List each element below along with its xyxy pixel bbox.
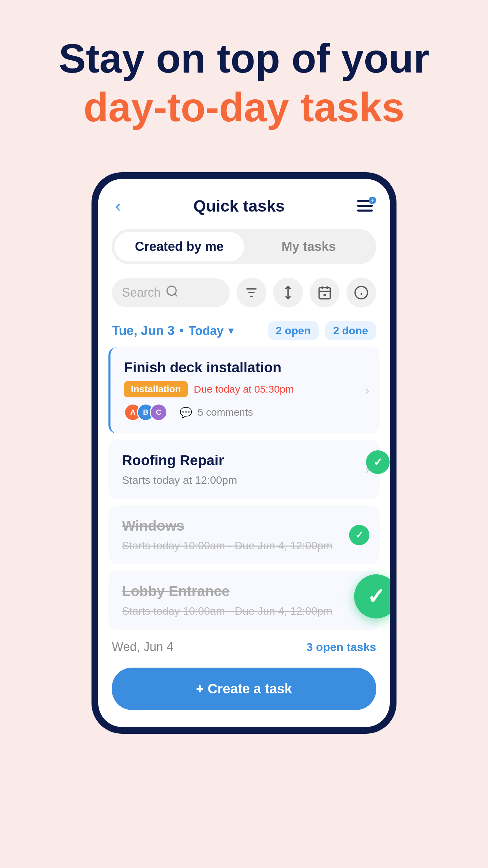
svg-point-0 <box>167 286 176 295</box>
task-meta-1: Installation Due today at 05:30pm <box>124 381 366 397</box>
svg-rect-6 <box>319 288 330 299</box>
big-check-icon: ✓ <box>367 584 385 609</box>
done-count-badge: 2 done <box>325 321 376 340</box>
phone-frame: ‹ Quick tasks + Created by me My tasks S… <box>92 172 396 734</box>
menu-line-3 <box>357 210 373 212</box>
svg-point-10 <box>323 294 326 296</box>
menu-badge: + <box>369 197 376 204</box>
comment-icon-1: 💬 <box>180 407 192 418</box>
small-check-circle[interactable]: ✓ <box>366 450 390 474</box>
date-dot: • <box>179 323 184 338</box>
open-tasks-link[interactable]: 3 open tasks <box>306 640 376 654</box>
date-text: Tue, Jun 3 <box>112 323 175 338</box>
calendar-button[interactable] <box>310 278 340 308</box>
back-button[interactable]: ‹ <box>115 196 121 216</box>
task-title-4: Lobby Entrance <box>122 583 366 599</box>
task-item-3[interactable]: Windows Starts today 10:00am - Due Jun 4… <box>108 506 380 564</box>
tab-my-tasks[interactable]: My tasks <box>244 232 373 261</box>
menu-icon-button[interactable]: + <box>357 200 373 212</box>
today-label: Today <box>188 324 223 338</box>
info-button[interactable] <box>346 278 376 308</box>
create-task-button[interactable]: + Create a task <box>112 668 376 710</box>
task-title-2: Roofing Repair <box>122 452 366 469</box>
open-count-badge: 2 open <box>268 321 319 340</box>
svg-line-1 <box>175 294 177 296</box>
task-chevron-1: › <box>365 383 369 398</box>
date-right: 2 open 2 done <box>268 321 376 340</box>
date-left: Tue, Jun 3 • Today ▼ <box>112 323 236 338</box>
task-footer-1: A B C 💬 5 comments <box>124 403 366 421</box>
tab-created-by-me[interactable]: Created by me <box>115 232 244 261</box>
task-item-2[interactable]: Roofing Repair Starts today at 12:00pm ›… <box>108 440 380 499</box>
task-title-1: Finish deck installation <box>124 359 366 376</box>
comment-count-1: 5 comments <box>198 407 253 418</box>
date-row: Tue, Jun 3 • Today ▼ 2 open 2 done <box>98 318 390 347</box>
filter-button[interactable] <box>237 278 266 308</box>
task-done-check-3[interactable]: ✓ <box>349 525 369 545</box>
avatar-3: C <box>150 403 167 421</box>
tabs-container: Created by me My tasks <box>112 229 376 264</box>
wed-date: Wed, Jun 4 <box>112 640 173 654</box>
task-subtitle-2: Starts today at 12:00pm <box>122 474 366 487</box>
task-subtitle-3: Starts today 10:00am - Due Jun 4, 12:00p… <box>122 539 366 552</box>
tasks-list: Finish deck installation Installation Du… <box>98 347 390 630</box>
hero-line2: day-to-day tasks <box>59 83 429 132</box>
search-bar[interactable]: Search <box>112 278 230 307</box>
hero-section: Stay on top of your day-to-day tasks <box>59 34 429 132</box>
hero-line1: Stay on top of your <box>59 34 429 83</box>
search-placeholder: Search <box>122 285 161 300</box>
phone-screen: ‹ Quick tasks + Created by me My tasks S… <box>98 179 390 727</box>
task-tag-1: Installation <box>124 381 188 397</box>
search-icon <box>165 284 179 301</box>
task-subtitle-4: Starts today 10:00am - Due Jun 4, 12:00p… <box>122 605 366 617</box>
small-check-icon: ✓ <box>373 456 383 469</box>
today-badge[interactable]: Today ▼ <box>188 324 236 338</box>
screen-header: ‹ Quick tasks + <box>98 179 390 226</box>
task-item-1[interactable]: Finish deck installation Installation Du… <box>108 347 380 433</box>
task-avatars-1: A B C <box>124 403 167 421</box>
wed-row: Wed, Jun 4 3 open tasks <box>98 630 390 661</box>
task-item-4[interactable]: Lobby Entrance Starts today 10:00am - Du… <box>108 571 380 630</box>
sort-button[interactable] <box>273 278 303 308</box>
menu-line-2 <box>357 205 373 207</box>
task-done-check-icon-3: ✓ <box>355 529 364 541</box>
screen-title: Quick tasks <box>194 197 285 215</box>
search-row: Search <box>98 274 390 318</box>
task-due-1: Due today at 05:30pm <box>194 383 294 395</box>
today-chevron-icon: ▼ <box>226 326 236 336</box>
task-title-3: Windows <box>122 518 366 534</box>
